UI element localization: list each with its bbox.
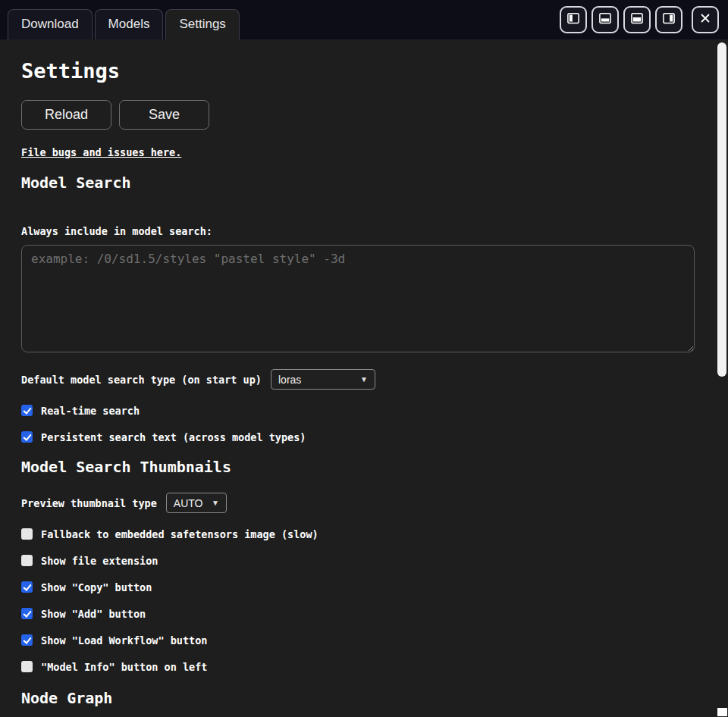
node-graph-heading: Node Graph <box>21 689 695 707</box>
checkbox-label: Show file extension <box>41 555 158 567</box>
selected-value: AUTO <box>174 497 203 509</box>
checkbox-row-show-file-extension[interactable]: Show file extension <box>21 547 695 574</box>
page-title: Settings <box>21 59 695 83</box>
always-include-label: Always include in model search: <box>21 225 695 237</box>
preview-thumbnail-type-select[interactable]: AUTO ▼ <box>166 493 227 513</box>
checkbox[interactable] <box>21 555 33 566</box>
model-search-options: Real-time search Persistent search text … <box>21 397 695 450</box>
thumbnails-heading: Model Search Thumbnails <box>21 458 695 476</box>
close-button[interactable] <box>692 6 719 33</box>
panel-right-icon <box>662 11 676 28</box>
checkbox-label: Show "Load Workflow" button <box>41 634 207 647</box>
checkbox-label: Persistent search text (across model typ… <box>41 431 306 443</box>
default-search-type-select[interactable]: loras ▼ <box>271 369 375 390</box>
selected-value: loras <box>278 374 301 386</box>
preview-thumbnail-type-label: Preview thumbnail type <box>21 497 157 509</box>
chevron-down-icon: ▼ <box>360 375 368 384</box>
panel-bottom-large-button[interactable] <box>623 6 651 33</box>
checkbox[interactable] <box>21 608 33 619</box>
panel-left-icon <box>566 11 580 28</box>
reload-button[interactable]: Reload <box>21 100 111 130</box>
action-buttons: Reload Save <box>21 100 695 130</box>
checkbox-row-show-add-button[interactable]: Show "Add" button <box>21 600 695 627</box>
checkbox-row-show-copy-button[interactable]: Show "Copy" button <box>21 574 695 600</box>
checkbox-label: Show "Add" button <box>41 608 146 620</box>
window-controls <box>560 6 728 33</box>
default-search-type-row: Default model search type (on start up) … <box>21 369 695 390</box>
thumbnail-options: Fallback to embedded safetensors image (… <box>21 521 695 680</box>
checkbox-row-real-time-search[interactable]: Real-time search <box>21 397 695 424</box>
tab-models[interactable]: Models <box>95 9 164 39</box>
panel-bottom-icon <box>598 11 612 28</box>
checkbox-label: Real-time search <box>41 405 140 417</box>
settings-panel: Settings Reload Save File bugs and issue… <box>0 39 716 717</box>
checkbox-row-fallback-safetensors[interactable]: Fallback to embedded safetensors image (… <box>21 521 695 547</box>
checkbox-label: "Model Info" button on left <box>41 661 207 673</box>
checkbox-label: Show "Copy" button <box>41 581 152 593</box>
save-button[interactable]: Save <box>119 100 209 130</box>
always-include-textarea[interactable] <box>21 245 695 352</box>
scrollbar-thumb[interactable] <box>717 42 726 377</box>
tab-settings[interactable]: Settings <box>165 9 239 39</box>
scrollbar-corner <box>717 708 727 716</box>
file-bugs-link[interactable]: File bugs and issues here. <box>21 146 181 158</box>
title-bar: Download Models Settings <box>0 0 728 39</box>
tab-bar: Download Models Settings <box>0 0 242 39</box>
checkbox[interactable] <box>21 634 33 646</box>
preview-thumbnail-type-row: Preview thumbnail type AUTO ▼ <box>21 493 695 513</box>
default-search-type-label: Default model search type (on start up) <box>21 374 262 386</box>
chevron-down-icon: ▼ <box>212 499 219 507</box>
checkbox-row-model-info-button-left[interactable]: "Model Info" button on left <box>21 653 695 680</box>
checkbox[interactable] <box>21 581 33 593</box>
checkbox[interactable] <box>21 528 33 540</box>
tab-download[interactable]: Download <box>8 9 93 39</box>
panel-left-button[interactable] <box>560 6 587 33</box>
panel-bottom-button[interactable] <box>592 6 619 33</box>
panel-bottom-large-icon <box>630 11 644 28</box>
checkbox[interactable] <box>21 661 33 672</box>
checkbox-label: Fallback to embedded safetensors image (… <box>41 528 318 540</box>
checkbox-row-persistent-search-text[interactable]: Persistent search text (across model typ… <box>21 424 695 450</box>
vertical-scrollbar[interactable] <box>716 39 728 717</box>
checkbox[interactable] <box>21 405 33 416</box>
panel-right-button[interactable] <box>655 6 682 33</box>
close-icon <box>698 11 712 28</box>
checkbox-row-show-load-workflow-button[interactable]: Show "Load Workflow" button <box>21 627 695 653</box>
model-search-heading: Model Search <box>21 174 695 192</box>
checkbox[interactable] <box>21 431 33 443</box>
